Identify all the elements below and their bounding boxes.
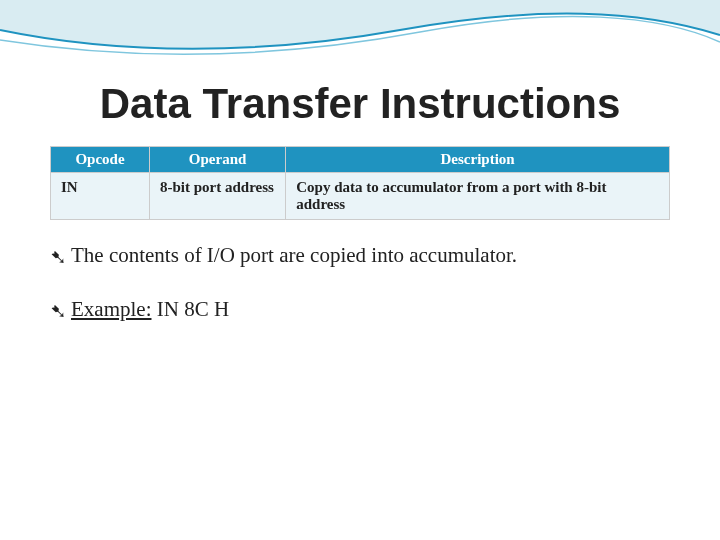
col-header-operand: Operand [150,147,286,173]
example-value: IN 8C H [151,297,229,321]
cell-operand: 8-bit port address [150,173,286,220]
col-header-description: Description [286,147,670,173]
cell-description: Copy data to accumulator from a port wit… [286,173,670,220]
instruction-table: Opcode Operand Description IN 8-bit port… [50,146,670,220]
bullet-icon: ➷ [50,242,67,272]
col-header-opcode: Opcode [51,147,150,173]
cell-opcode: IN [51,173,150,220]
example-label: Example: [71,297,151,321]
bullet-line-2: ➷Example: IN 8C H [50,294,670,326]
bullet-icon: ➷ [50,296,67,326]
bullet-1-text: The contents of I/O port are copied into… [71,243,517,267]
bullet-line-1: ➷The contents of I/O port are copied int… [50,240,670,272]
slide-title: Data Transfer Instructions [50,80,670,128]
table-row: IN 8-bit port address Copy data to accum… [51,173,670,220]
